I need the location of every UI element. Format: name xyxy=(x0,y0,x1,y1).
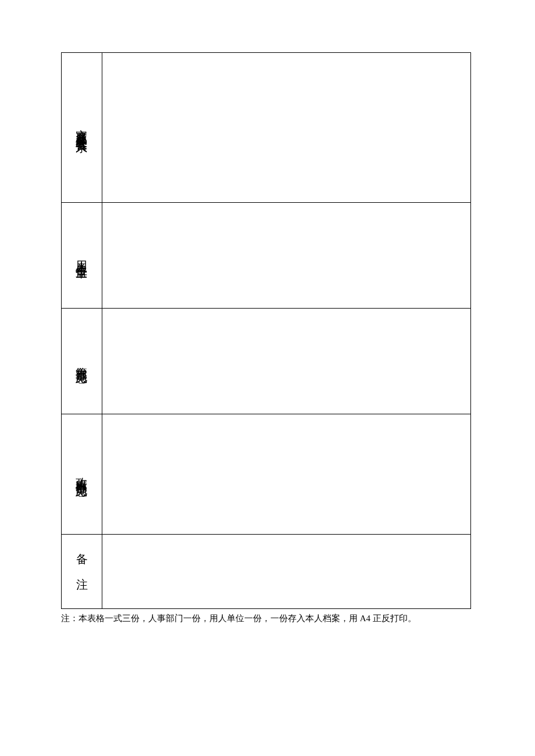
label-text: 用人单位盖章 xyxy=(75,252,89,259)
row-label-supervisor-opinion: 主管部门意见 xyxy=(62,309,102,414)
approval-form-table: 家庭成员及主要社会关系 用人单位盖章 主管部门意见 政府人事部门意见 备 注 xyxy=(61,52,471,609)
row-content-employer-seal xyxy=(102,203,471,309)
table-row: 政府人事部门意见 xyxy=(62,414,471,535)
row-content-remarks xyxy=(102,535,471,609)
row-content-supervisor-opinion xyxy=(102,309,471,414)
row-label-gov-hr-opinion: 政府人事部门意见 xyxy=(62,414,102,535)
row-label-remarks: 备 注 xyxy=(62,535,102,609)
row-content-gov-hr-opinion xyxy=(102,414,471,535)
label-text: 政府人事部门意见 xyxy=(75,468,89,478)
footnote-text: 注：本表格一式三份，人事部门一份，用人单位一份，一份存入本人档案，用 A4 正反… xyxy=(61,612,471,625)
row-label-family: 家庭成员及主要社会关系 xyxy=(62,53,102,203)
label-text-line2: 注 xyxy=(67,572,96,597)
label-text: 主管部门意见 xyxy=(75,357,89,364)
table-row: 主管部门意见 xyxy=(62,309,471,414)
table-row: 备 注 xyxy=(62,535,471,609)
row-label-employer-seal: 用人单位盖章 xyxy=(62,203,102,309)
label-text-line1: 备 xyxy=(67,546,96,572)
row-content-family xyxy=(102,53,471,203)
table-row: 家庭成员及主要社会关系 xyxy=(62,53,471,203)
table-row: 用人单位盖章 xyxy=(62,203,471,309)
label-text: 家庭成员及主要社会关系 xyxy=(75,120,89,133)
